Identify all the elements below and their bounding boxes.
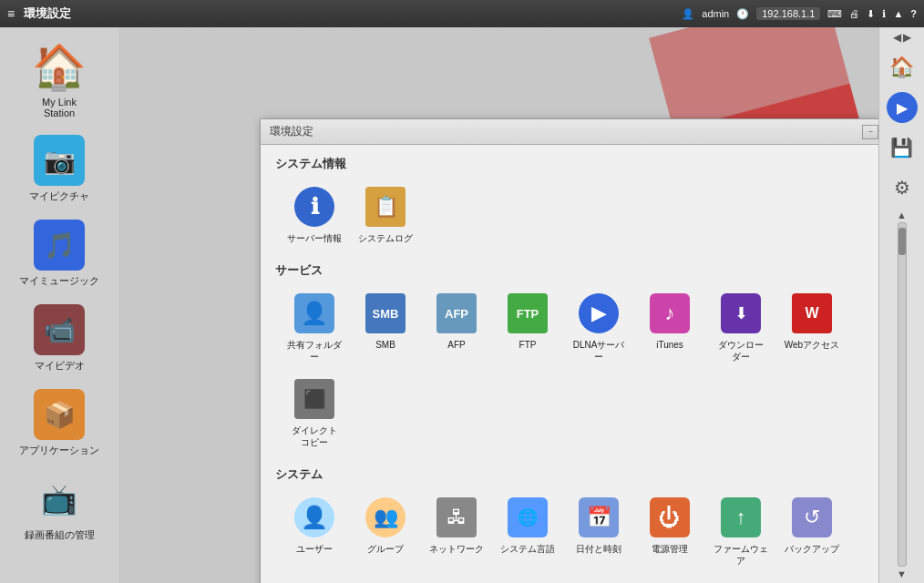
- scrollbar-thumb[interactable]: [898, 228, 906, 255]
- item-backup-label: バックアップ: [785, 543, 839, 555]
- datetime-icon: 📅: [577, 496, 621, 539]
- firmware-icon: ↑: [719, 496, 763, 539]
- item-shared-folder[interactable]: 👤 共有フォルダー: [282, 288, 346, 366]
- dlna-icon: ▶: [577, 292, 621, 335]
- help-icon[interactable]: ?: [910, 8, 917, 19]
- item-datetime[interactable]: 📅 日付と時刻: [567, 492, 631, 570]
- ftp-icon: FTP: [506, 292, 549, 335]
- item-ftp-label: FTP: [519, 339, 537, 351]
- item-firmware[interactable]: ↑ ファームウェア: [709, 492, 773, 570]
- scrollbar-track[interactable]: [898, 222, 907, 567]
- section-items-system: 👤 ユーザー 👥 グループ 🖧: [275, 492, 909, 583]
- sidebar: 🏠 My LinkStation 📷 マイピクチャ 🎵 マイミュージック 📹 マ…: [0, 27, 118, 583]
- direct-copy-icon: ⬛: [293, 377, 336, 421]
- scrollbar-up-btn[interactable]: ▲: [897, 210, 907, 220]
- torrent-icon: ⬇: [719, 292, 763, 335]
- topbar-title: 環境設定: [24, 5, 71, 22]
- item-download[interactable]: ⬇ ダウンローダー: [709, 288, 773, 366]
- topbar-right: 👤 admin 🕐 192.168.1.1 ⌨ 🖨 ⬇ ℹ ▲ ?: [682, 7, 917, 20]
- sidebar-item-applications[interactable]: 📦 アプリケーション: [9, 384, 109, 461]
- item-shared-folder-label: 共有フォルダー: [286, 339, 343, 363]
- topbar: ≡ 環境設定 👤 admin 🕐 192.168.1.1 ⌨ 🖨 ⬇ ℹ ▲ ?: [0, 0, 924, 27]
- item-dlna-label: DLNAサーバー: [570, 339, 627, 363]
- item-afp[interactable]: AFP AFP: [425, 288, 488, 366]
- camera-icon: 📷: [32, 133, 87, 188]
- item-server-info[interactable]: ℹ サーバー情報: [282, 181, 346, 248]
- users-icon: 👤: [293, 496, 336, 539]
- sidebar-label-my-pictures: マイピクチャ: [29, 189, 89, 203]
- printer-icon[interactable]: 🖨: [849, 8, 859, 19]
- right-panel-hdd[interactable]: 💾: [884, 129, 920, 166]
- up-icon[interactable]: ▲: [893, 8, 903, 19]
- recordings-icon: 📺: [32, 472, 87, 527]
- modal-dialog: 環境設定 － □ × システム情報 ℹ サーバー情: [260, 118, 924, 583]
- item-web-access[interactable]: W Webアクセス: [780, 288, 844, 366]
- item-network-label: ネットワーク: [429, 543, 484, 555]
- item-reset[interactable]: ⚠ 初期化: [282, 578, 346, 583]
- right-panel-play[interactable]: ▶: [884, 89, 920, 126]
- afp-icon: AFP: [435, 292, 478, 335]
- item-power[interactable]: ⏻ 電源管理: [638, 492, 702, 570]
- shared-folder-icon: 👤: [293, 292, 336, 335]
- user-icon: 👤: [682, 8, 694, 20]
- scroll-right-arrow[interactable]: ▶: [903, 31, 911, 44]
- right-panel-home[interactable]: 🏠: [884, 49, 920, 86]
- keyboard-icon[interactable]: ⌨: [827, 8, 842, 20]
- clock-icon: 🕐: [736, 8, 749, 20]
- section-header-system-info: システム情報: [275, 156, 909, 172]
- item-smb[interactable]: SMB SMB: [354, 288, 417, 366]
- item-language[interactable]: 🌐 システム言語: [496, 492, 560, 570]
- right-panel-gear[interactable]: ⚙: [884, 169, 920, 206]
- sidebar-label-my-music: マイミュージック: [19, 274, 99, 288]
- item-backup[interactable]: ↺ バックアップ: [780, 492, 844, 570]
- right-panel-play-icon: ▶: [887, 92, 918, 123]
- web-access-icon: W: [790, 292, 834, 335]
- section-system-info: システム情報 ℹ サーバー情報 📋 システムログ: [275, 156, 909, 248]
- item-ftp[interactable]: FTP FTP: [496, 288, 560, 366]
- sidebar-label-my-video: マイビデオ: [35, 359, 85, 373]
- music-icon: 🎵: [32, 218, 87, 272]
- sidebar-item-my-link-station[interactable]: 🏠 My LinkStation: [9, 36, 109, 122]
- item-datetime-label: 日付と時刻: [576, 543, 621, 555]
- item-users[interactable]: 👤 ユーザー: [282, 492, 346, 570]
- section-header-system: システム: [275, 466, 909, 483]
- sidebar-item-recordings[interactable]: 📺 録画番組の管理: [9, 468, 109, 546]
- username-label: admin: [702, 8, 729, 19]
- sidebar-item-my-music[interactable]: 🎵 マイミュージック: [9, 214, 109, 292]
- right-panel-home-icon: 🏠: [889, 56, 914, 79]
- item-direct-copy-label: ダイレクトコピー: [292, 424, 337, 448]
- item-system-log-label: システムログ: [358, 232, 413, 244]
- item-direct-copy[interactable]: ⬛ ダイレクトコピー: [282, 373, 346, 452]
- item-server-info-label: サーバー情報: [287, 232, 342, 244]
- scrollbar-down-btn[interactable]: ▼: [897, 568, 907, 579]
- section-header-services: サービス: [275, 262, 909, 279]
- sidebar-item-my-video[interactable]: 📹 マイビデオ: [9, 299, 109, 376]
- sidebar-label-my-link-station: My LinkStation: [42, 97, 77, 118]
- item-users-label: ユーザー: [296, 543, 333, 555]
- backup-icon: ↺: [790, 496, 834, 539]
- info-icon[interactable]: ℹ: [882, 8, 886, 20]
- section-items-system-info: ℹ サーバー情報 📋 システムログ: [275, 181, 909, 248]
- download-icon[interactable]: ⬇: [867, 8, 875, 20]
- itunes-icon: ♪: [648, 292, 692, 335]
- system-log-icon: 📋: [364, 185, 407, 229]
- item-itunes-label: iTunes: [656, 339, 683, 351]
- network-icon: 🖧: [435, 496, 478, 539]
- item-system-log[interactable]: 📋 システムログ: [354, 181, 417, 248]
- scroll-up-arrow[interactable]: ◀: [893, 31, 901, 44]
- modal-title: 環境設定: [270, 124, 313, 139]
- item-groups[interactable]: 👥 グループ: [354, 492, 417, 570]
- modal-body: システム情報 ℹ サーバー情報 📋 システムログ: [261, 145, 924, 583]
- server-info-icon: ℹ: [293, 185, 336, 229]
- video-icon: 📹: [32, 302, 87, 357]
- item-power-label: 電源管理: [652, 543, 688, 555]
- minimize-button[interactable]: －: [862, 125, 878, 139]
- item-itunes[interactable]: ♪ iTunes: [638, 288, 702, 366]
- item-network[interactable]: 🖧 ネットワーク: [425, 492, 488, 570]
- right-panel-gear-icon: ⚙: [894, 177, 910, 199]
- sidebar-label-applications: アプリケーション: [19, 444, 99, 457]
- groups-icon: 👥: [364, 496, 407, 539]
- sidebar-item-my-pictures[interactable]: 📷 マイピクチャ: [9, 129, 109, 207]
- menu-icon[interactable]: ≡: [7, 6, 15, 21]
- item-dlna[interactable]: ▶ DLNAサーバー: [567, 288, 631, 366]
